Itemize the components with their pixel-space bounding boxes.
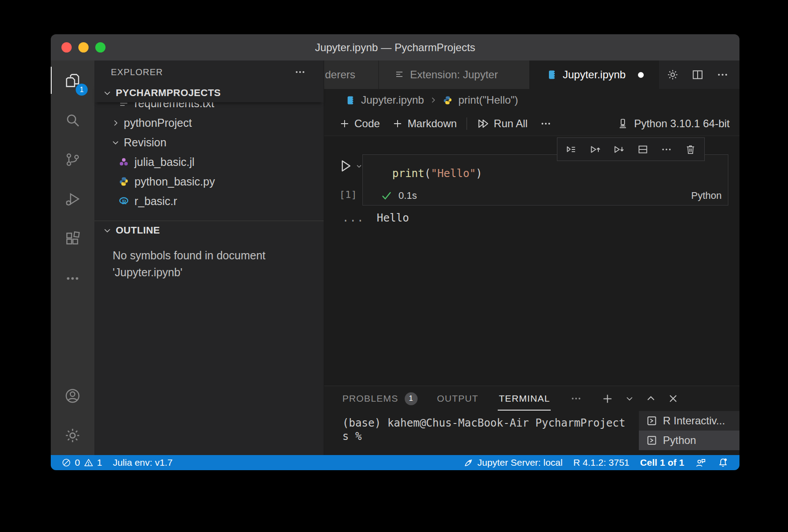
close-window-button[interactable] — [61, 42, 72, 52]
chevron-down-icon — [103, 226, 112, 235]
new-terminal-icon[interactable] — [601, 393, 613, 405]
outline-section-header[interactable]: OUTLINE — [94, 221, 324, 240]
tree-item-label: pythonProject — [124, 117, 192, 129]
execution-count: [1] — [339, 189, 357, 200]
terminal-list-item-python[interactable]: Python — [639, 431, 739, 450]
tree-row-clipped[interactable]: requirements.txt — [94, 102, 324, 113]
tree-item-label: julia_basic.jl — [134, 156, 195, 169]
r-status-label: R 4.1.2: 3751 — [573, 457, 630, 468]
add-code-cell-button[interactable]: Code — [333, 117, 386, 130]
gear-icon — [64, 427, 81, 444]
execute-above-icon[interactable] — [589, 144, 601, 155]
activity-account[interactable] — [51, 376, 94, 415]
activity-more[interactable] — [51, 258, 94, 298]
activity-extensions[interactable] — [51, 219, 94, 258]
terminal-dropdown-icon[interactable] — [625, 394, 634, 403]
close-panel-icon[interactable] — [668, 393, 678, 404]
source-control-icon — [65, 152, 81, 168]
tree-row-file[interactable]: julia_basic.jl — [94, 152, 324, 172]
cell-output-text: Hello — [377, 212, 409, 224]
tab-problems[interactable]: PROBLEMS 1 — [342, 386, 418, 411]
cell-toolbar — [557, 137, 705, 161]
tree-row-folder[interactable]: Revision — [94, 133, 324, 152]
run-all-button[interactable]: Run All — [471, 117, 534, 130]
maximize-window-button[interactable] — [95, 42, 106, 52]
tab-renderers[interactable]: derers — [324, 60, 379, 89]
tab-output[interactable]: OUTPUT — [437, 386, 479, 411]
activity-run-debug[interactable] — [51, 179, 94, 219]
cell-more-actions-icon[interactable] — [661, 144, 672, 155]
execute-below-icon[interactable] — [613, 144, 625, 155]
jupyter-server-status[interactable]: Jupyter Server: local — [459, 457, 566, 468]
notebook-body: [1] print("Hello") 0.1s Python ... Hello — [324, 136, 739, 386]
activity-explorer[interactable]: 1 — [51, 60, 94, 100]
minimize-window-button[interactable] — [78, 42, 89, 52]
terminal-list-item-r[interactable]: R Interactiv... — [639, 411, 739, 431]
notebook-settings-gear-icon[interactable] — [666, 69, 679, 81]
explorer-sidebar: EXPLORER PYCHARMPROJECTS requirements.tx… — [94, 60, 324, 455]
cell-duration: 0.1s — [398, 190, 417, 202]
activity-source-control[interactable] — [51, 140, 94, 179]
tab-extension-jupyter[interactable]: Extension: Jupyter — [379, 60, 530, 89]
chevron-down-icon — [111, 138, 120, 147]
error-count: 0 — [75, 457, 80, 468]
add-code-label: Code — [354, 117, 380, 130]
problems-label: PROBLEMS — [342, 393, 398, 404]
cell-indicator-status[interactable]: Cell 1 of 1 — [637, 457, 688, 468]
feedback-button[interactable] — [691, 457, 710, 468]
explorer-badge: 1 — [76, 84, 88, 96]
outline-empty-message: No symbols found in document 'Jupyter.ip… — [94, 240, 324, 281]
more-actions-icon[interactable] — [716, 69, 729, 81]
split-editor-icon[interactable] — [691, 69, 704, 81]
tree-row-file[interactable]: R r_basic.r — [94, 191, 324, 211]
bell-icon — [717, 457, 729, 468]
activity-settings[interactable] — [51, 415, 94, 455]
error-icon — [61, 458, 71, 468]
output-collapse-toggle[interactable]: ... — [342, 212, 364, 224]
split-cell-icon[interactable] — [637, 144, 649, 155]
r-language-status[interactable]: R 4.1.2: 3751 — [570, 457, 633, 468]
success-check-icon — [381, 190, 392, 202]
maximize-panel-icon[interactable] — [646, 393, 656, 404]
plus-icon — [392, 118, 403, 129]
python-file-icon — [118, 176, 129, 187]
tab-terminal[interactable]: TERMINAL — [498, 386, 551, 411]
terminal-item-label: R Interactiv... — [663, 415, 725, 427]
kernel-picker[interactable]: Python 3.10.1 64-bit — [617, 117, 732, 130]
julia-env-status[interactable]: Julia env: v1.7 — [109, 457, 176, 468]
run-cell-button[interactable] — [338, 158, 362, 173]
project-section-header[interactable]: PYCHARMPROJECTS — [94, 84, 324, 102]
panel-more-icon[interactable] — [570, 393, 582, 404]
tab-jupyter-ipynb[interactable]: Jupyter.ipynb — [530, 60, 659, 89]
tree-row-file[interactable]: python_basic.py — [94, 172, 324, 191]
terminal-list: R Interactiv... Python — [639, 411, 739, 450]
terminal-label: TERMINAL — [498, 387, 551, 411]
breadcrumb-file[interactable]: Jupyter.ipynb — [361, 94, 424, 106]
chevron-right-icon — [111, 119, 120, 127]
execute-by-line-icon[interactable] — [565, 144, 577, 155]
sidebar-title: EXPLORER — [111, 67, 163, 77]
problems-badge: 1 — [405, 392, 418, 405]
r-file-icon: R — [118, 196, 129, 206]
run-all-label: Run All — [494, 117, 528, 130]
toolbar-more-icon[interactable] — [534, 118, 558, 129]
list-icon — [394, 69, 405, 80]
breadcrumb-symbol[interactable]: print("Hello") — [458, 94, 518, 106]
activity-search[interactable] — [51, 100, 94, 140]
tree-row-folder[interactable]: pythonProject — [94, 113, 324, 133]
chevron-down-icon[interactable] — [356, 163, 362, 169]
tree-item-label: r_basic.r — [134, 195, 177, 208]
delete-cell-icon[interactable] — [685, 144, 696, 155]
title-bar: Jupyter.ipynb — PycharmProjects — [51, 34, 739, 60]
code-cell[interactable]: print("Hello") 0.1s Python — [362, 154, 728, 206]
run-all-icon — [477, 117, 489, 130]
problems-status[interactable]: 0 1 — [58, 457, 106, 468]
explorer-more-actions-icon[interactable] — [294, 66, 306, 78]
text-file-icon — [118, 102, 129, 109]
notifications-button[interactable] — [714, 457, 732, 468]
breadcrumb: Jupyter.ipynb print("Hello") — [324, 89, 739, 111]
cell-language[interactable]: Python — [691, 190, 722, 202]
dirty-indicator[interactable] — [638, 72, 644, 78]
cell-indicator-label: Cell 1 of 1 — [640, 457, 684, 468]
add-markdown-cell-button[interactable]: Markdown — [386, 117, 463, 130]
